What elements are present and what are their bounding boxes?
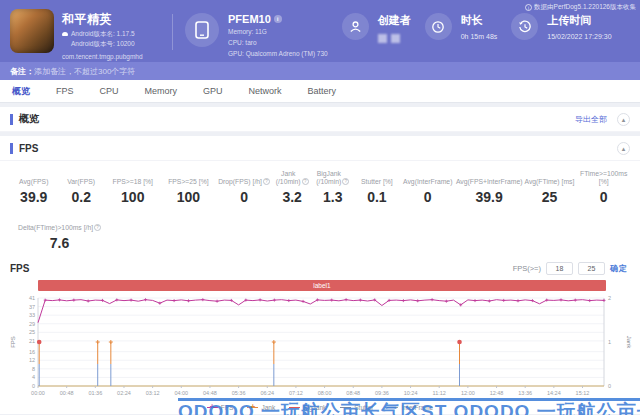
svg-text:15:12: 15:12: [576, 390, 590, 396]
svg-text:12: 12: [29, 357, 35, 363]
duration-block: 时长 0h 15m 48s: [411, 0, 498, 62]
section-accent-bar: [10, 143, 13, 154]
fps-chart-svg[interactable]: 0481216212529333741012FPSJank00:0000:480…: [8, 293, 632, 399]
svg-text:02:24: 02:24: [117, 390, 131, 396]
svg-text:14:24: 14:24: [547, 390, 561, 396]
fps-threshold-label: FPS(>=): [513, 264, 541, 273]
stat-value: 39.9: [11, 189, 56, 205]
report-header: 和平精英 Android版本名: 1.17.5 Android版本号: 1020…: [0, 0, 640, 62]
svg-text:1: 1: [608, 339, 611, 345]
fps-chart-title: FPS: [10, 263, 513, 274]
note-label: 备注：: [10, 66, 34, 77]
fps-threshold-input-1[interactable]: [546, 262, 573, 275]
threshold-confirm-button[interactable]: 确定: [610, 263, 628, 274]
stat-value: 39.9: [456, 189, 523, 205]
app-version-code: Android版本号: 10200: [71, 40, 135, 48]
svg-text:29: 29: [29, 321, 35, 327]
fps-stats-extra: Delta(FTime)>100ms [/h]? 7.6: [0, 205, 101, 251]
fps-collapse-button[interactable]: ▴: [617, 142, 630, 155]
chart-label-bar[interactable]: label1: [38, 280, 606, 291]
app-version-name: Android版本名: 1.17.5: [71, 30, 135, 38]
svg-text:11:12: 11:12: [433, 390, 446, 396]
stat-column: FPS>=25 [%]100: [161, 169, 217, 205]
stat-value: 0.2: [58, 189, 103, 205]
stat-value: 0.1: [354, 189, 399, 205]
export-all-link[interactable]: 导出全部: [575, 114, 607, 125]
tab-GPU[interactable]: GPU: [203, 86, 223, 96]
legend-label: Jank: [261, 404, 275, 411]
legend-marker: [207, 404, 218, 411]
tab-Battery[interactable]: Battery: [308, 86, 337, 96]
info-icon[interactable]: ?: [302, 178, 309, 185]
tab-概览[interactable]: 概览: [12, 85, 30, 98]
info-icon[interactable]: ?: [94, 224, 101, 231]
overview-title: 概览: [19, 112, 575, 126]
legend-item-FPS[interactable]: FPS: [207, 404, 234, 411]
android-icon: [62, 31, 68, 37]
legend-marker: [247, 404, 258, 411]
stat-column: FTime>=100ms [%]0: [575, 169, 632, 205]
svg-text:37: 37: [29, 304, 35, 310]
svg-text:33: 33: [29, 312, 35, 318]
legend-marker: [289, 404, 300, 411]
stat-column: FPS>=18 [%]100: [105, 169, 161, 205]
stat-label: Avg(FPS): [11, 169, 56, 185]
svg-text:10:24: 10:24: [404, 390, 418, 396]
device-info-block: PFEM10i Memory: 11G CPU: taro GPU: Qualc…: [177, 0, 328, 62]
history-clock-icon: [511, 13, 538, 40]
svg-text:16: 16: [29, 349, 35, 355]
overview-panel: 概览 导出全部 ▴: [0, 107, 640, 132]
info-icon[interactable]: ?: [263, 178, 270, 185]
svg-text:21: 21: [29, 338, 35, 344]
app-package: com.tencent.tmgp.pubgmhd: [62, 53, 143, 60]
phone-icon: [185, 13, 219, 47]
chart-legend: FPSJankBigJankStutterInterFrame: [0, 404, 640, 411]
svg-text:05:36: 05:36: [232, 390, 246, 396]
stat-value: 1.3: [314, 189, 353, 205]
svg-text:00:00: 00:00: [31, 390, 45, 396]
tab-CPU[interactable]: CPU: [100, 86, 119, 96]
svg-text:01:36: 01:36: [88, 390, 102, 396]
legend-item-Jank[interactable]: Jank: [247, 404, 275, 411]
stat-label: Delta(FTime)>100ms [/h]?: [18, 215, 101, 231]
device-name: PFEM10: [228, 13, 271, 25]
svg-text:06:24: 06:24: [260, 390, 274, 396]
legend-label: InterFrame: [401, 404, 433, 411]
legend-item-Stutter[interactable]: Stutter: [340, 404, 373, 411]
header-divider: [172, 14, 173, 50]
stat-label: Avg(FPS+InterFrame): [456, 169, 523, 185]
svg-text:8: 8: [32, 366, 35, 372]
duration-value: 0h 15m 48s: [461, 33, 498, 40]
legend-item-BigJank[interactable]: BigJank: [289, 404, 326, 411]
svg-text:Jank: Jank: [626, 336, 632, 350]
stat-column: Avg(InterFrame)0: [401, 169, 455, 205]
stat-label: FPS>=25 [%]: [162, 169, 216, 185]
svg-text:0: 0: [608, 383, 611, 389]
stat-column: Avg(FTime) [ms]25: [523, 169, 575, 205]
legend-label: Stutter: [354, 404, 373, 411]
svg-text:03:12: 03:12: [146, 390, 160, 396]
fps-threshold-input-2[interactable]: [578, 262, 605, 275]
svg-text:12:48: 12:48: [490, 390, 504, 396]
stat-label: Jank (/10min)?: [273, 169, 312, 185]
tab-Network[interactable]: Network: [249, 86, 282, 96]
tab-FPS[interactable]: FPS: [56, 86, 74, 96]
svg-text:41: 41: [29, 295, 35, 301]
svg-text:09:36: 09:36: [375, 390, 389, 396]
tab-Memory[interactable]: Memory: [145, 86, 178, 96]
stat-column: Stutter [%]0.1: [353, 169, 400, 205]
perfdog-report-page: 和平精英 Android版本名: 1.17.5 Android版本号: 1020…: [0, 0, 640, 415]
fps-chart[interactable]: 0481216212529333741012FPSJank00:0000:480…: [0, 293, 640, 403]
note-row[interactable]: 备注： 添加备注，不超过300个字符: [0, 62, 640, 80]
fps-stats-row: Avg(FPS)39.9Var(FPS)0.2FPS>=18 [%]100FPS…: [0, 161, 640, 205]
svg-text:12:00: 12:00: [461, 390, 475, 396]
legend-item-InterFrame[interactable]: InterFrame: [387, 404, 433, 411]
legend-marker: [340, 404, 351, 411]
info-icon[interactable]: ?: [342, 178, 349, 185]
overview-collapse-button[interactable]: ▴: [617, 113, 630, 126]
creator-name-redacted: [378, 34, 411, 43]
stat-label: Stutter [%]: [354, 169, 399, 185]
svg-text:4: 4: [32, 374, 35, 380]
metric-tabs: 概览FPSCPUMemoryGPUNetworkBattery: [0, 80, 640, 103]
fps-chart-header: FPS FPS(>=) 确定: [0, 252, 640, 277]
